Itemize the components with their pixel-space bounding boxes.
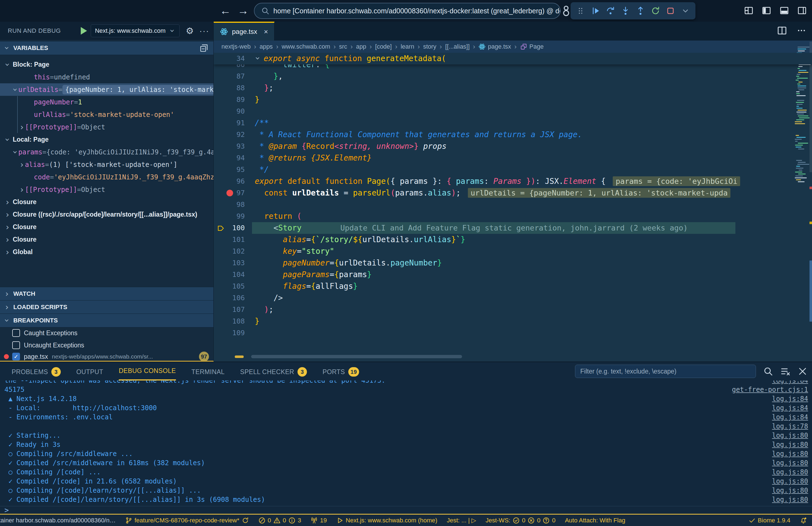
code-line-101[interactable]: 101 alias={`/story/${urlDetails.urlAlias… xyxy=(214,234,812,245)
more-actions-icon[interactable] xyxy=(796,26,807,35)
auto-attach[interactable]: Auto Attach: With Flag xyxy=(565,517,625,524)
collapse-all-icon[interactable] xyxy=(200,44,208,53)
console-source-link[interactable]: log.js:84 xyxy=(772,403,812,413)
console-source-link[interactable]: log.js:80 xyxy=(772,458,812,468)
code-line-94[interactable]: 94 * @returns {JSX.Element} xyxy=(214,152,812,164)
console-source-link[interactable]: get-free-port.cjs:1 xyxy=(732,385,812,394)
breadcrumb-item[interactable]: [code] xyxy=(375,43,392,50)
horizontal-scrollbar[interactable] xyxy=(251,355,462,358)
line-number[interactable]: 91 xyxy=(214,117,255,129)
jest-status[interactable]: Jest: ... | ▷ xyxy=(447,517,476,524)
breakpoint-row[interactable]: Uncaught Exceptions xyxy=(0,339,214,351)
breakpoint-row[interactable]: Caught Exceptions xyxy=(0,327,214,339)
code-line-91[interactable]: 91/** xyxy=(214,117,812,129)
debug-session[interactable]: Next.js: www.schwab.com (home) xyxy=(336,517,437,524)
line-number[interactable]: 93 xyxy=(214,141,255,152)
line-number[interactable]: 101 xyxy=(214,234,255,245)
line-number[interactable]: 97 xyxy=(214,187,255,199)
launch-config-dropdown[interactable]: Next.js: www.schwab.com › xyxy=(91,25,179,37)
scope-row[interactable]: ›Global xyxy=(0,246,214,258)
console-filter-input[interactable] xyxy=(575,365,756,378)
scope-row[interactable]: ›Block: Page xyxy=(0,58,214,71)
console-source-link[interactable]: log.js:80 xyxy=(772,431,812,440)
code-line-93[interactable]: 93 * @param {Record<string, unknown>} pr… xyxy=(214,141,812,152)
code-line-108[interactable]: 108} xyxy=(214,315,812,327)
panel-bottom-button[interactable] xyxy=(778,4,791,17)
breadcrumb-item[interactable]: nextjs-web xyxy=(221,43,250,50)
scope-row[interactable]: ›Closure ((rsc)/./src/app/[code]/learn/s… xyxy=(0,208,214,221)
console-source-link[interactable]: log.js:80 xyxy=(772,449,812,458)
breadcrumb-item[interactable]: www.schwab.com xyxy=(282,43,330,50)
step-over-button[interactable] xyxy=(605,5,617,17)
customize-layout-button[interactable] xyxy=(743,4,755,17)
start-debug-button[interactable] xyxy=(78,25,89,37)
panel-tab-spell-checker[interactable]: SPELL CHECKER3 xyxy=(240,362,307,381)
code-line-103[interactable]: 103 pageNumber={urlDetails.pageNumber} xyxy=(214,257,812,269)
line-number[interactable]: 92 xyxy=(214,129,255,141)
problems-status[interactable]: 003 xyxy=(258,517,301,524)
breadcrumb-item[interactable]: src xyxy=(339,43,347,50)
code-area[interactable]: 86 twitter: {87 },88 };89}9091/**92 * A … xyxy=(214,53,812,361)
breadcrumb-item[interactable]: Page xyxy=(520,43,543,50)
panel-right-button[interactable] xyxy=(796,4,808,17)
breadcrumb-item[interactable]: apps xyxy=(260,43,273,50)
continue-button[interactable] xyxy=(590,5,601,17)
breadcrumb-item[interactable]: story xyxy=(423,43,436,50)
notifications-bell[interactable] xyxy=(800,517,807,524)
watch-section-header[interactable]: ›WATCH xyxy=(0,287,214,301)
stop-button[interactable] xyxy=(664,5,677,17)
variable-row[interactable]: ›urlDetails = {pageNumber: 1, urlAlias: … xyxy=(0,83,214,96)
jest-ws-status[interactable]: Jest-WS:000 xyxy=(485,517,555,524)
console-source-link[interactable]: log.js:80 xyxy=(772,440,812,449)
breakpoint-row[interactable]: ✓page.tsxnextjs-web/apps/www.schwab.com/… xyxy=(0,351,214,361)
scope-row[interactable]: ›Closure xyxy=(0,221,214,233)
console-source-link[interactable]: log.js:80 xyxy=(772,477,812,486)
breadcrumb-item[interactable]: app xyxy=(356,43,366,50)
variable-row[interactable]: ›params = {code: 'eyJhbGciOiJIUzI1NiJ9._… xyxy=(0,146,214,158)
variable-row[interactable]: ›alias = (1) ['stock-market-update-open'… xyxy=(0,158,214,171)
breakpoint-checkbox[interactable] xyxy=(12,341,20,349)
breadcrumb-item[interactable]: page.tsx xyxy=(478,43,511,50)
line-number[interactable]: 99 xyxy=(214,211,255,222)
variables-section-header[interactable]: › VARIABLES xyxy=(0,41,214,55)
line-number[interactable]: 87 xyxy=(214,71,255,82)
code-line-88[interactable]: 88 }; xyxy=(214,82,812,94)
search-icon[interactable] xyxy=(763,366,773,376)
grip-button[interactable] xyxy=(575,5,587,17)
line-number[interactable]: 109 xyxy=(214,327,255,339)
step-into-button[interactable] xyxy=(620,5,632,17)
tab-page-tsx[interactable]: page.tsx × xyxy=(214,22,274,41)
code-line-99[interactable]: 99 return ( xyxy=(214,211,812,222)
console-source-link[interactable]: log.js:80 xyxy=(772,468,812,477)
line-number[interactable]: 106 xyxy=(214,292,255,304)
close-icon[interactable] xyxy=(798,366,808,376)
code-line-104[interactable]: 104 pageParams={params} xyxy=(214,269,812,281)
console-source-link[interactable]: log.js:80 xyxy=(772,486,812,495)
console-source-link[interactable]: log.js:80 xyxy=(772,495,812,504)
console-source-link[interactable]: log.js:84 xyxy=(772,381,812,385)
code-line-90[interactable]: 90 xyxy=(214,105,812,117)
code-line-96[interactable]: 96export default function Page({ params … xyxy=(214,175,812,187)
console-source-link[interactable]: log.js:84 xyxy=(772,394,812,403)
line-number[interactable]: 88 xyxy=(214,82,255,94)
variable-row[interactable]: ›[[Prototype]] = Object xyxy=(0,121,214,133)
code-line-87[interactable]: 87 }, xyxy=(214,71,812,82)
code-line-98[interactable]: 98 xyxy=(214,199,812,211)
scope-row[interactable]: ›Local: Page xyxy=(0,133,214,146)
line-number[interactable]: 96 xyxy=(214,175,255,187)
variable-row[interactable]: code = 'eyJhbGciOiJIUzI1NiJ9._f39_f39_g.… xyxy=(0,171,214,183)
panel-tab-problems[interactable]: PROBLEMS3 xyxy=(12,362,61,381)
clear-list-icon[interactable] xyxy=(780,366,791,376)
breadcrumb-item[interactable]: [[...alias]] xyxy=(445,43,469,50)
variable-row[interactable]: urlAlias = 'stock-market-update-open' xyxy=(0,108,214,121)
breakpoints-section-header[interactable]: ›BREAKPOINTS xyxy=(0,314,214,327)
variable-row[interactable]: pageNumber = 1 xyxy=(0,96,214,108)
line-number[interactable]: 107 xyxy=(214,304,255,315)
line-number[interactable]: 102 xyxy=(214,245,255,257)
code-line-89[interactable]: 89} xyxy=(214,94,812,105)
line-number[interactable]: 104 xyxy=(214,269,255,281)
line-number[interactable]: 95 xyxy=(214,164,255,175)
panel-left-button[interactable] xyxy=(760,4,772,17)
configure-gear-button[interactable]: ⚙ xyxy=(186,26,194,36)
ports-status[interactable]: 19 xyxy=(310,517,327,524)
